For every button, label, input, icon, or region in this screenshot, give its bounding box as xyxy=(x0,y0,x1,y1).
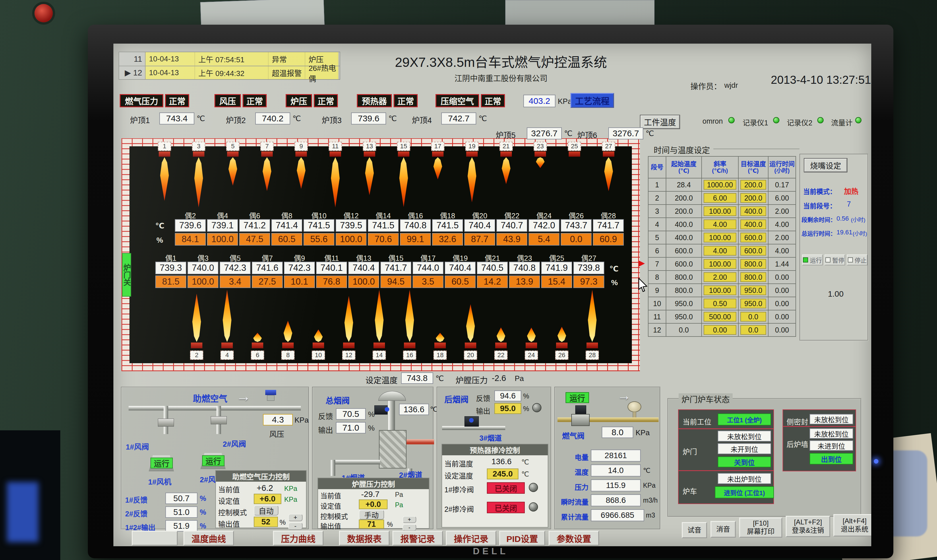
segment-setpoint-input[interactable]: 100.00 xyxy=(704,285,736,295)
segment-setpoint-input[interactable]: 950.0 xyxy=(740,285,766,295)
segment-cell-slope[interactable]: 1000.00 xyxy=(701,178,738,191)
thermocouple-label: 偶7 xyxy=(252,252,283,263)
workpiece-temp-button[interactable]: 工件温度 xyxy=(640,115,680,129)
valve-icon[interactable] xyxy=(211,416,227,424)
nav-button[interactable] xyxy=(132,531,178,546)
segment-cell-target[interactable]: 600.0 xyxy=(738,244,768,257)
segment-setpoint-input[interactable]: 100.00 xyxy=(704,206,736,216)
segment-setpoint-input[interactable]: 0.00 xyxy=(704,325,736,335)
process-flow-button[interactable]: 工艺流程 xyxy=(570,93,614,108)
increment-button[interactable]: + xyxy=(402,516,416,523)
output-input[interactable]: 52 xyxy=(254,517,278,527)
segment-setpoint-input[interactable]: 4.00 xyxy=(704,246,736,255)
temp-unit-label: ℃ xyxy=(609,265,618,274)
valve-icon[interactable] xyxy=(158,418,174,426)
system-button[interactable]: [ALT+F2]登录&注销 xyxy=(786,516,830,537)
segment-setpoint-input[interactable]: 950.0 xyxy=(740,298,766,308)
segment-cell-slope[interactable]: 100.00 xyxy=(701,205,738,218)
segment-cell-slope[interactable]: 4.00 xyxy=(701,244,738,257)
segment-cell-target[interactable]: 800.0 xyxy=(738,271,768,284)
segment-cell-target[interactable]: 200.0 xyxy=(738,191,768,205)
segment-setpoint-input[interactable]: 1000.00 xyxy=(704,180,736,190)
system-button[interactable]: [Alt+F4]退出系统 xyxy=(833,514,871,537)
mode-button[interactable]: 自动 xyxy=(254,505,279,515)
segment-cell-slope[interactable]: 100.00 xyxy=(701,231,738,244)
decrement-button[interactable]: - xyxy=(288,522,302,530)
segment-cell-target[interactable]: 400.0 xyxy=(738,218,768,231)
output-input[interactable]: 95.0 xyxy=(494,403,521,414)
mode-button[interactable]: 手动 xyxy=(359,510,384,520)
segment-setpoint-input[interactable]: 6.00 xyxy=(704,193,736,203)
nav-button[interactable]: 数据报表 xyxy=(339,531,390,546)
segment-setpoint-input[interactable]: 500.00 xyxy=(704,312,736,322)
segment-cell-slope[interactable]: 6.00 xyxy=(701,191,738,205)
gas-readout-value: 115.9 xyxy=(591,479,641,491)
nav-button[interactable]: PID设置 xyxy=(499,531,545,546)
burner-block xyxy=(500,151,512,157)
segment-cell-slope[interactable]: 100.00 xyxy=(701,257,738,271)
segment-cell-target[interactable]: 0.0 xyxy=(738,323,768,337)
valve-knob-icon[interactable] xyxy=(529,502,538,512)
segment-cell-target[interactable]: 600.0 xyxy=(738,231,768,244)
segment-cell-slope[interactable]: 0.00 xyxy=(701,323,738,337)
segment-setpoint-input[interactable]: 4.00 xyxy=(704,220,736,229)
output-input[interactable]: 71 xyxy=(359,520,384,529)
segment-setpoint-input[interactable]: 0.50 xyxy=(704,298,736,308)
run-control-button[interactable]: 暂停 xyxy=(824,254,845,265)
system-button[interactable]: 消音 xyxy=(710,521,736,538)
segment-setpoint-input[interactable]: 200.0 xyxy=(740,193,766,203)
nav-button[interactable]: 报警记录 xyxy=(392,531,443,546)
nav-button[interactable]: 操作记录 xyxy=(446,531,496,546)
segment-setpoint-input[interactable]: 200.0 xyxy=(740,180,766,190)
segment-cell-time: 4.00 xyxy=(768,218,796,231)
fan1-run-state: 运行 xyxy=(150,458,173,468)
segment-setpoint-input[interactable]: 0.0 xyxy=(740,325,766,335)
roof-temp-unit: ℃ xyxy=(646,129,654,138)
setpoint-input[interactable]: +0.0 xyxy=(359,500,388,509)
burner-block xyxy=(466,151,478,157)
valve-knob-icon[interactable] xyxy=(529,483,538,492)
run-control-button[interactable]: 停止 xyxy=(847,254,868,265)
nav-button[interactable]: 参数设置 xyxy=(549,531,599,546)
setpoint-input[interactable]: +6.0 xyxy=(254,494,281,504)
segment-cell-slope[interactable]: 500.00 xyxy=(701,310,738,323)
segment-setpoint-input[interactable]: 0.0 xyxy=(740,312,766,322)
alarm-row[interactable]: 1110-04-13上午 07:54:51异常炉压 xyxy=(119,52,340,66)
setpoint-temp-input[interactable]: 245.0 xyxy=(487,468,518,479)
segment-cell-slope[interactable]: 2.00 xyxy=(701,271,738,284)
power-led-icon xyxy=(874,459,878,464)
segment-cell-slope[interactable]: 100.00 xyxy=(701,284,738,297)
segment-cell-start: 200.0 xyxy=(666,191,701,205)
nav-button[interactable]: 温度曲线 xyxy=(183,531,234,546)
segment-cell-target[interactable]: 400.0 xyxy=(738,205,768,218)
segment-cell-target[interactable]: 950.0 xyxy=(738,284,768,297)
segment-cell-target[interactable]: 0.0 xyxy=(738,310,768,323)
segment-setpoint-input[interactable]: 600.0 xyxy=(740,233,766,242)
system-button[interactable]: [F10]屏幕打印 xyxy=(739,517,782,538)
burner-settings-button[interactable]: 烧嘴设定 xyxy=(804,158,847,172)
segment-setpoint-input[interactable]: 100.00 xyxy=(704,233,736,242)
segment-setpoint-input[interactable]: 400.0 xyxy=(740,220,766,229)
valve-knob-icon[interactable] xyxy=(532,403,541,412)
decrement-button[interactable]: - xyxy=(402,524,416,531)
segment-setpoint-input[interactable]: 600.0 xyxy=(740,246,766,255)
thermocouple-output-pct: 60.9 xyxy=(593,233,624,246)
roof-temp-label: 炉顶4 xyxy=(412,114,432,125)
segment-cell-slope[interactable]: 4.00 xyxy=(701,218,738,231)
segment-cell-target[interactable]: 200.0 xyxy=(738,178,768,191)
nav-button[interactable]: 压力曲线 xyxy=(273,531,324,546)
segment-cell-target[interactable]: 950.0 xyxy=(738,297,768,310)
system-button[interactable]: 试音 xyxy=(682,522,707,538)
gas-valve-actuator-icon[interactable] xyxy=(575,405,586,415)
segment-setpoint-input[interactable]: 800.0 xyxy=(740,259,766,269)
segment-setpoint-input[interactable]: 800.0 xyxy=(740,272,766,282)
segment-setpoint-input[interactable]: 400.0 xyxy=(740,206,766,216)
segment-setpoint-input[interactable]: 100.00 xyxy=(704,259,736,269)
burner-number-tag: 27 xyxy=(602,142,615,151)
segment-cell-target[interactable]: 800.0 xyxy=(738,257,768,271)
segment-setpoint-input[interactable]: 2.00 xyxy=(704,272,736,282)
run-control-button[interactable]: 运行 xyxy=(802,254,823,265)
alarm-row[interactable]: ▶ 1210-04-13上午 09:44:32超温报警26#热电偶 xyxy=(119,66,340,79)
increment-button[interactable]: + xyxy=(288,514,302,521)
segment-cell-slope[interactable]: 0.50 xyxy=(701,297,738,310)
